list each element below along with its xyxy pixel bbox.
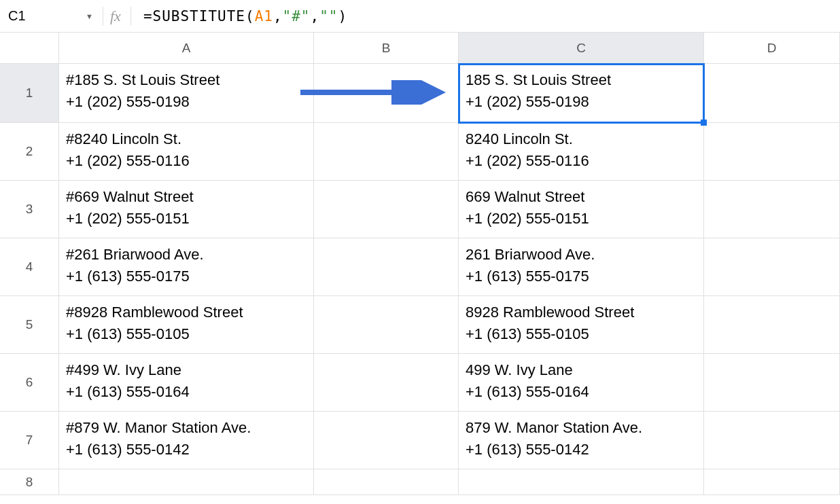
cell-d4[interactable]	[704, 238, 840, 296]
cell-b3[interactable]	[314, 181, 459, 238]
spreadsheet-grid: 1 2 3 4 5 6 7 8 #185 S. St Louis Street …	[0, 64, 840, 495]
table-row: #185 S. St Louis Street +1 (202) 555-019…	[59, 64, 840, 123]
table-row: #8928 Ramblewood Street +1 (613) 555-010…	[59, 296, 840, 354]
name-box[interactable]: C1 ▼	[0, 8, 99, 24]
row-header-4[interactable]: 4	[0, 238, 59, 296]
cell-b4[interactable]	[314, 238, 459, 296]
row-header-8[interactable]: 8	[0, 469, 59, 495]
row-header-2[interactable]: 2	[0, 123, 59, 181]
table-row: #879 W. Manor Station Ave. +1 (613) 555-…	[59, 412, 840, 469]
cell-a1[interactable]: #185 S. St Louis Street +1 (202) 555-019…	[59, 64, 314, 123]
table-row: #499 W. Ivy Lane +1 (613) 555-0164 499 W…	[59, 354, 840, 412]
cell-d1[interactable]	[704, 64, 840, 123]
row-header-3[interactable]: 3	[0, 181, 59, 238]
select-all-corner[interactable]	[0, 33, 59, 64]
cell-d5[interactable]	[704, 296, 840, 354]
cell-c1[interactable]: 185 S. St Louis Street +1 (202) 555-0198	[459, 64, 704, 123]
column-header-c[interactable]: C	[459, 33, 704, 64]
cell-c2[interactable]: 8240 Lincoln St. +1 (202) 555-0116	[459, 123, 704, 181]
cell-b2[interactable]	[314, 123, 459, 181]
row-header-1[interactable]: 1	[0, 64, 59, 123]
cell-c4[interactable]: 261 Briarwood Ave. +1 (613) 555-0175	[459, 238, 704, 296]
table-row	[59, 469, 840, 495]
divider	[130, 7, 131, 26]
cell-b7[interactable]	[314, 412, 459, 469]
column-header-d[interactable]: D	[704, 33, 840, 64]
cell-c5[interactable]: 8928 Ramblewood Street +1 (613) 555-0105	[459, 296, 704, 354]
cell-a3[interactable]: #669 Walnut Street +1 (202) 555-0151	[59, 181, 314, 238]
formula-cell-ref: A1	[255, 8, 273, 24]
row-header-5[interactable]: 5	[0, 296, 59, 354]
arrow-right-icon	[298, 80, 454, 105]
selection-handle[interactable]	[701, 120, 707, 126]
fx-icon: fx	[110, 7, 121, 25]
formula-paren-open: (	[245, 8, 255, 24]
formula-function: =SUBSTITUTE	[143, 8, 245, 24]
cell-c8[interactable]	[459, 469, 704, 495]
cell-d8[interactable]	[704, 469, 840, 495]
formula-bar: C1 ▼ fx =SUBSTITUTE(A1,"#","")	[0, 0, 840, 33]
cell-b5[interactable]	[314, 296, 459, 354]
row-header-6[interactable]: 6	[0, 354, 59, 412]
cell-a2[interactable]: #8240 Lincoln St. +1 (202) 555-0116	[59, 123, 314, 181]
data-area: #185 S. St Louis Street +1 (202) 555-019…	[59, 64, 840, 495]
cell-a5[interactable]: #8928 Ramblewood Street +1 (613) 555-010…	[59, 296, 314, 354]
table-row: #8240 Lincoln St. +1 (202) 555-0116 8240…	[59, 123, 840, 181]
cell-a6[interactable]: #499 W. Ivy Lane +1 (613) 555-0164	[59, 354, 314, 412]
cell-a4[interactable]: #261 Briarwood Ave. +1 (613) 555-0175	[59, 238, 314, 296]
divider	[103, 7, 103, 26]
formula-string-arg: "#"	[283, 8, 311, 24]
name-box-value: C1	[8, 8, 26, 24]
cell-c7[interactable]: 879 W. Manor Station Ave. +1 (613) 555-0…	[459, 412, 704, 469]
table-row: #261 Briarwood Ave. +1 (613) 555-0175 26…	[59, 238, 840, 296]
row-header-7[interactable]: 7	[0, 412, 59, 469]
cell-a8[interactable]	[59, 469, 314, 495]
cell-a7[interactable]: #879 W. Manor Station Ave. +1 (613) 555-…	[59, 412, 314, 469]
cell-d2[interactable]	[704, 123, 840, 181]
formula-comma: ,	[273, 8, 283, 24]
column-header-row: A B C D	[0, 33, 840, 64]
row-headers: 1 2 3 4 5 6 7 8	[0, 64, 59, 495]
formula-input[interactable]: =SUBSTITUTE(A1,"#","")	[143, 8, 347, 24]
cell-d3[interactable]	[704, 181, 840, 238]
column-header-a[interactable]: A	[59, 33, 314, 64]
cell-d7[interactable]	[704, 412, 840, 469]
cell-c6[interactable]: 499 W. Ivy Lane +1 (613) 555-0164	[459, 354, 704, 412]
cell-b1[interactable]	[314, 64, 459, 123]
cell-d6[interactable]	[704, 354, 840, 412]
table-row: #669 Walnut Street +1 (202) 555-0151 669…	[59, 181, 840, 238]
cell-b8[interactable]	[314, 469, 459, 495]
formula-paren-close: )	[338, 8, 347, 24]
cell-c3[interactable]: 669 Walnut Street +1 (202) 555-0151	[459, 181, 704, 238]
column-header-b[interactable]: B	[314, 33, 459, 64]
chevron-down-icon[interactable]: ▼	[86, 12, 93, 20]
formula-string-arg: ""	[319, 8, 338, 24]
cell-b6[interactable]	[314, 354, 459, 412]
formula-comma: ,	[311, 8, 320, 24]
